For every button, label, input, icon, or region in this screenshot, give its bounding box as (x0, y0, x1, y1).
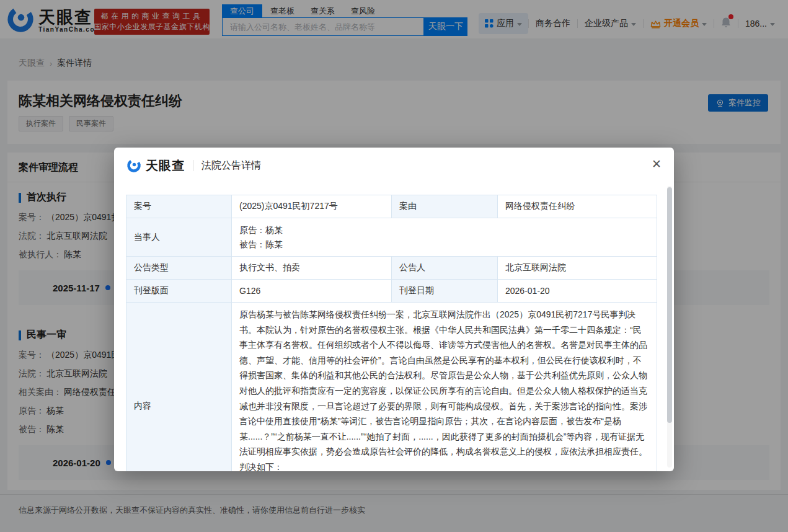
page: 天眼查 TianYanCha.com 都在用的商业查询工具 国家中小企业发展子基… (0, 0, 788, 532)
case-no-value: (2025)京0491民初7217号 (232, 195, 392, 218)
case-no-label: 案号 (126, 195, 232, 218)
type-value: 执行文书、拍卖 (232, 257, 392, 280)
announcement-table: 案号 (2025)京0491民初7217号 案由 网络侵权责任纠纷 当事人 原告… (126, 195, 657, 471)
table-row: 公告类型 执行文书、拍卖 公告人 北京互联网法院 (126, 257, 657, 280)
modal-title: 法院公告详情 (201, 159, 261, 172)
close-icon[interactable]: ✕ (652, 158, 662, 170)
announcer-value: 北京互联网法院 (498, 257, 657, 280)
modal-brand: 天眼查 (146, 157, 185, 174)
table-row: 案号 (2025)京0491民初7217号 案由 网络侵权责任纠纷 (126, 195, 657, 218)
cause-value: 网络侵权责任纠纷 (498, 195, 657, 218)
party-plaintiff: 原告：杨某 (239, 223, 649, 237)
party-defendant: 被告：陈某 (239, 237, 649, 252)
page-value: G126 (232, 280, 392, 303)
page-label: 刊登版面 (126, 280, 232, 303)
type-label: 公告类型 (126, 257, 232, 280)
modal-title-divider (193, 160, 193, 171)
parties-value: 原告：杨某 被告：陈某 (232, 218, 657, 257)
content-paragraph-1: 原告杨某与被告陈某网络侵权责任纠纷一案，北京互联网法院作出（2025）京0491… (239, 307, 649, 471)
modal-body: 案号 (2025)京0491民初7217号 案由 网络侵权责任纠纷 当事人 原告… (114, 184, 674, 471)
modal-scrollbar-thumb[interactable] (667, 187, 672, 423)
table-row: 当事人 原告：杨某 被告：陈某 (126, 218, 657, 257)
court-announcement-modal: 天眼查 法院公告详情 ✕ 案号 (2025)京0491民初7217号 案由 网络… (114, 148, 674, 471)
publish-date-value: 2026-01-20 (498, 280, 657, 303)
table-row: 刊登版面 G126 刊登日期 2026-01-20 (126, 280, 657, 303)
cause-label: 案由 (392, 195, 498, 218)
publish-date-label: 刊登日期 (392, 280, 498, 303)
content-value: 原告杨某与被告陈某网络侵权责任纠纷一案，北京互联网法院作出（2025）京0491… (232, 303, 657, 472)
announcer-label: 公告人 (392, 257, 498, 280)
parties-label: 当事人 (126, 218, 232, 257)
content-label: 内容 (126, 303, 232, 472)
tianyancha-logo-icon (126, 158, 141, 173)
modal-header: 天眼查 法院公告详情 ✕ (114, 148, 674, 184)
table-row: 内容 原告杨某与被告陈某网络侵权责任纠纷一案，北京互联网法院作出（2025）京0… (126, 303, 657, 472)
